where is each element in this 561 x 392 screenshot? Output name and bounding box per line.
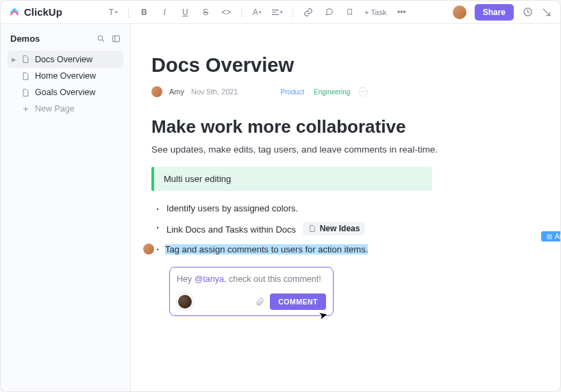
text-color-dropdown[interactable]: A ▾: [251, 7, 262, 18]
section-heading[interactable]: Make work more collaborative: [151, 116, 526, 138]
comment-composer[interactable]: Hey @tanya, check out this comment! COMM…: [169, 267, 334, 316]
highlighted-text: Tag and assign comments to users for act…: [165, 244, 368, 254]
sidebar-new-page[interactable]: ＋ New Page: [8, 101, 123, 117]
sidebar-item-label: Goals Overview: [35, 88, 95, 97]
tags-more-icon[interactable]: ⋯: [358, 87, 368, 96]
svg-rect-2: [112, 36, 119, 42]
separator: [241, 7, 242, 18]
section-subtitle[interactable]: See updates, make edits, tag users, and …: [151, 144, 526, 155]
app-window: ClickUp T ▾ B I U S <> A ▾ ▾: [0, 0, 561, 392]
text-style-dropdown[interactable]: T ▾: [108, 7, 119, 18]
current-user-avatar[interactable]: [453, 5, 466, 19]
doc-meta: Amy Nov 5th, 2021 Product Engineering ⋯: [151, 86, 526, 97]
doc-icon: [21, 71, 30, 81]
sidebar-item-goals-overview[interactable]: Goals Overview: [8, 84, 123, 101]
brand: ClickUp: [9, 6, 62, 18]
brand-name: ClickUp: [24, 6, 62, 18]
doc-icon: [21, 55, 30, 64]
sidebar-item-label: Home Overview: [35, 71, 96, 81]
svg-point-1: [98, 36, 103, 40]
tag-engineering[interactable]: Engineering: [312, 88, 351, 96]
linked-task-chip[interactable]: New Ideas: [303, 222, 366, 235]
sidebar-title: Demos: [10, 34, 40, 44]
strikethrough-icon[interactable]: S: [200, 7, 211, 18]
presence-indicator: Amy: [541, 231, 560, 241]
download-icon[interactable]: [541, 7, 552, 18]
sidebar-item-docs-overview[interactable]: ▸ Docs Overview: [8, 51, 123, 68]
bullet-item[interactable]: Tag and assign comments to users for act…: [166, 244, 526, 254]
doc-date: Nov 5th, 2021: [191, 88, 238, 96]
attachment-icon[interactable]: [255, 297, 264, 307]
doc-icon: [21, 88, 30, 97]
sidebar-header: Demos: [8, 34, 123, 44]
bullet-item[interactable]: Identify users by assigned colors.: [166, 203, 526, 213]
bookmark-icon[interactable]: [344, 7, 355, 18]
add-task-button[interactable]: + Task: [364, 7, 386, 18]
inline-commenter-avatar[interactable]: [143, 244, 154, 254]
sidebar: Demos ▸ Docs Overview: [1, 24, 131, 391]
sidebar-item-home-overview[interactable]: Home Overview: [8, 68, 123, 84]
align-dropdown[interactable]: ▾: [272, 7, 283, 18]
doc-icon: [308, 224, 316, 233]
code-icon[interactable]: <>: [221, 7, 232, 18]
comment-icon[interactable]: [323, 7, 334, 18]
bullet-item[interactable]: Link Docs and Tasks within Docs New Idea…: [166, 222, 526, 235]
sidebar-item-label: Docs Overview: [35, 55, 92, 64]
comment-input[interactable]: Hey @tanya, check out this comment!: [177, 274, 326, 284]
linked-task-label: New Ideas: [320, 224, 360, 233]
history-icon[interactable]: [522, 7, 533, 18]
author-avatar[interactable]: [151, 86, 162, 97]
author-name: Amy: [169, 88, 184, 96]
more-icon[interactable]: •••: [396, 7, 407, 18]
share-button[interactable]: Share: [475, 4, 514, 21]
topbar: ClickUp T ▾ B I U S <> A ▾ ▾: [1, 1, 560, 24]
callout-text: Multi user editing: [164, 174, 231, 184]
mention[interactable]: @tanya: [195, 274, 224, 284]
comment-submit-button[interactable]: COMMENT: [270, 293, 326, 310]
sidebar-item-label: New Page: [35, 104, 75, 114]
doc-title[interactable]: Docs Overview: [151, 54, 526, 77]
italic-icon[interactable]: I: [159, 7, 170, 18]
editor-toolbar: T ▾ B I U S <> A ▾ ▾ + Task •••: [62, 7, 453, 18]
separator: [128, 7, 129, 18]
cursor-icon: ➤: [317, 308, 329, 322]
clickup-logo-icon: [9, 7, 20, 18]
topbar-right: Share: [453, 4, 552, 21]
link-icon[interactable]: [303, 7, 314, 18]
callout-block[interactable]: Multi user editing: [151, 167, 432, 191]
commenter-avatar[interactable]: [177, 293, 193, 310]
plus-icon: ＋: [21, 104, 30, 114]
sidebar-toggle-icon[interactable]: [111, 34, 121, 44]
search-icon[interactable]: [96, 34, 105, 44]
bullet-list: Identify users by assigned colors. Link …: [151, 203, 526, 254]
chevron-right-icon: ▸: [12, 54, 16, 64]
underline-icon[interactable]: U: [179, 7, 190, 18]
separator: [292, 7, 293, 18]
bold-icon[interactable]: B: [138, 7, 149, 18]
doc-main: Docs Overview Amy Nov 5th, 2021 Product …: [131, 24, 560, 391]
tag-product[interactable]: Product: [279, 88, 306, 96]
